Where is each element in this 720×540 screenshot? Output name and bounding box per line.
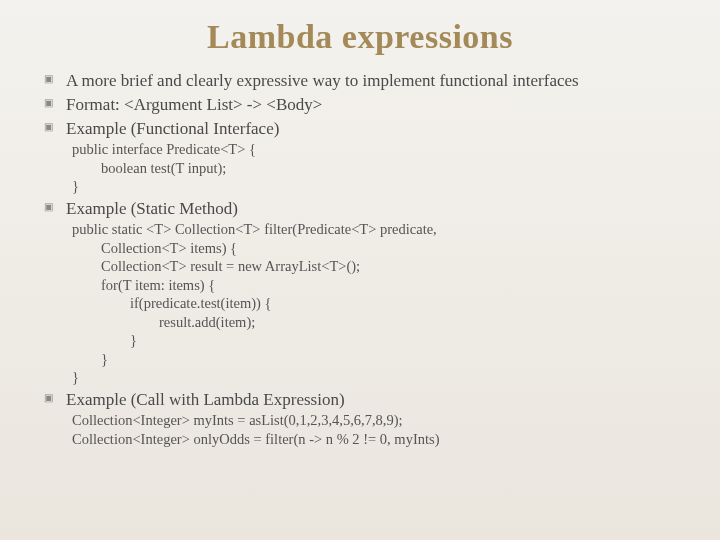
code-block: public static <T> Collection<T> filter(P… bbox=[66, 220, 680, 387]
code-block: public interface Predicate<T> { boolean … bbox=[66, 140, 680, 196]
bullet-item: Example (Call with Lambda Expression) Co… bbox=[44, 389, 680, 448]
bullet-item: A more brief and clearly expressive way … bbox=[44, 70, 680, 92]
bullet-text: A more brief and clearly expressive way … bbox=[66, 70, 680, 92]
bullet-text: Example (Call with Lambda Expression) bbox=[66, 389, 680, 411]
slide-title: Lambda expressions bbox=[40, 18, 680, 56]
bullet-list: A more brief and clearly expressive way … bbox=[40, 70, 680, 448]
bullet-text: Example (Static Method) bbox=[66, 198, 680, 220]
slide: Lambda expressions A more brief and clea… bbox=[0, 0, 720, 490]
bullet-text: Example (Functional Interface) bbox=[66, 118, 680, 140]
bullet-item: Example (Static Method) public static <T… bbox=[44, 198, 680, 387]
bullet-item: Format: <Argument List> -> <Body> bbox=[44, 94, 680, 116]
bullet-item: Example (Functional Interface) public in… bbox=[44, 118, 680, 196]
code-block: Collection<Integer> myInts = asList(0,1,… bbox=[66, 411, 680, 448]
bullet-text: Format: <Argument List> -> <Body> bbox=[66, 94, 680, 116]
